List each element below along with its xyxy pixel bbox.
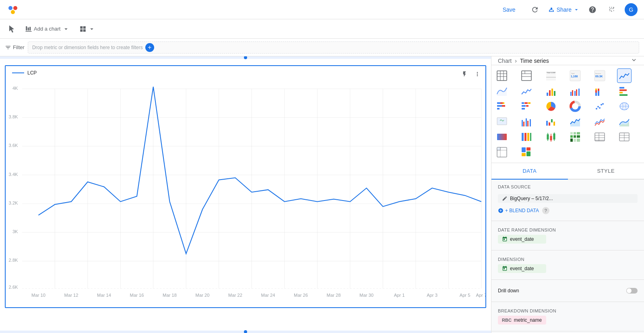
svg-rect-146 <box>577 139 580 142</box>
chart-type-pivot2[interactable] <box>519 145 534 159</box>
dimension-field[interactable]: event_date <box>498 264 546 273</box>
chart-type-scorecard-total[interactable]: Total 1,168 <box>568 68 582 83</box>
svg-rect-157 <box>497 147 500 150</box>
svg-rect-82 <box>595 93 597 96</box>
svg-rect-119 <box>530 119 531 126</box>
datasource-name: BigQuery – 5/17/2... <box>510 196 553 201</box>
breakdown-field-name: metric_name <box>514 317 542 323</box>
svg-rect-78 <box>572 90 573 96</box>
svg-rect-52 <box>497 71 507 81</box>
chart-type-waterfall[interactable] <box>544 114 558 129</box>
chart-type-piechart[interactable] <box>544 99 558 114</box>
drill-down-row: Drill down <box>498 286 638 295</box>
svg-rect-73 <box>547 93 548 96</box>
chart-type-smoothline[interactable] <box>495 84 509 98</box>
dimension-section: Dimension event_date <box>491 252 644 278</box>
resize-handle-top[interactable] <box>0 56 491 59</box>
svg-point-110 <box>601 104 602 105</box>
dimension-field-name: event_date <box>510 266 534 271</box>
chart-type-horizontal[interactable] <box>617 84 632 98</box>
chart-type-groupedbar2[interactable] <box>519 114 534 129</box>
chart-type-area[interactable] <box>617 114 632 129</box>
svg-rect-120 <box>546 121 548 126</box>
svg-point-109 <box>599 107 601 109</box>
drill-down-toggle[interactable] <box>626 288 638 294</box>
svg-rect-93 <box>503 102 504 104</box>
chart-type-hstacked2[interactable] <box>519 99 534 114</box>
svg-rect-86 <box>598 89 599 91</box>
svg-rect-139 <box>574 132 576 134</box>
svg-rect-99 <box>528 102 530 104</box>
filter-drop-zone[interactable]: Drop metric or dimension fields here to … <box>28 41 639 54</box>
blend-help-button[interactable]: ? <box>542 207 549 214</box>
panel-close-button[interactable] <box>630 56 638 65</box>
breakdown-badge: RBC <box>502 318 512 323</box>
chart-type-linechart[interactable] <box>519 84 534 98</box>
avatar[interactable]: G <box>625 3 638 16</box>
chart-type-gradient[interactable] <box>495 130 509 144</box>
svg-rect-90 <box>619 94 627 96</box>
chart-legend: LCP <box>6 66 485 77</box>
svg-point-2 <box>11 10 15 14</box>
chart-type-table2[interactable] <box>519 68 534 83</box>
svg-rect-98 <box>524 102 528 104</box>
chart-type-barchart[interactable] <box>544 84 558 98</box>
chart-type-table5[interactable] <box>617 130 632 144</box>
chart-type-table[interactable] <box>495 68 509 83</box>
chart-type-map[interactable] <box>617 99 632 114</box>
add-chart-button[interactable]: Add a chart <box>22 23 73 35</box>
chart-type-table4[interactable] <box>592 130 607 144</box>
dimension-label: Dimension <box>498 257 638 262</box>
chart-type-groupedbar[interactable] <box>568 84 582 98</box>
chart-type-timeseries[interactable] <box>617 68 632 83</box>
chart-type-scorecard-sessions[interactable]: Sessions 69.3K <box>592 68 607 83</box>
share-button[interactable]: Share <box>548 6 580 13</box>
date-range-field[interactable]: event_date <box>498 235 546 244</box>
refresh-button[interactable] <box>528 3 541 16</box>
svg-rect-145 <box>574 139 576 142</box>
tab-style[interactable]: STYLE <box>568 163 644 180</box>
chart-type-table3[interactable]: Total 1,168 <box>544 68 558 83</box>
filter-add-button[interactable]: + <box>145 43 154 52</box>
chart-more-button[interactable] <box>472 68 483 80</box>
svg-text:Mar 14: Mar 14 <box>97 293 111 298</box>
svg-rect-95 <box>502 105 505 107</box>
chart-type-geomap[interactable] <box>495 114 509 129</box>
apps-button[interactable] <box>605 3 618 16</box>
svg-rect-81 <box>578 89 580 96</box>
tab-data[interactable]: DATA <box>491 163 568 180</box>
chart-lightning-button[interactable] <box>459 68 470 80</box>
chart-type-arealine[interactable] <box>568 114 582 129</box>
svg-rect-101 <box>526 105 528 107</box>
svg-text:2.8K: 2.8K <box>9 258 19 263</box>
svg-text:Mar 28: Mar 28 <box>327 293 341 298</box>
chart-type-multiline[interactable] <box>592 114 607 129</box>
svg-text:Total: Total <box>571 72 575 74</box>
svg-point-111 <box>602 103 604 105</box>
chart-type-heatmap[interactable] <box>568 130 582 144</box>
select-tool[interactable] <box>5 23 19 35</box>
svg-text:Mar 24: Mar 24 <box>261 293 275 298</box>
chart-type-stackedbar[interactable] <box>592 84 607 98</box>
chart-type-scatter[interactable] <box>592 99 607 114</box>
resize-dot-top <box>244 56 247 59</box>
layout-button[interactable] <box>76 23 99 35</box>
svg-rect-125 <box>522 133 524 141</box>
chart-svg: 4K 3.8K 3.6K 3.4K 3.2K 3K 2.8K 2.6K <box>6 77 485 307</box>
help-button[interactable] <box>586 3 599 16</box>
resize-handle-bottom[interactable] <box>0 331 491 333</box>
chart-type-hstacked[interactable] <box>495 99 509 114</box>
breakdown-field[interactable]: RBC metric_name <box>498 316 546 325</box>
datasource-chip[interactable]: BigQuery – 5/17/2... <box>498 194 638 203</box>
chart-type-multicolor[interactable] <box>519 130 534 144</box>
chart-type-donut[interactable] <box>568 99 582 114</box>
svg-rect-118 <box>527 121 528 126</box>
svg-rect-88 <box>619 89 627 91</box>
chart-type-candlestick[interactable] <box>544 130 558 144</box>
save-button[interactable]: Save <box>496 4 522 15</box>
blend-row: + BLEND DATA ? <box>498 207 638 214</box>
chart-type-pivot[interactable] <box>495 145 509 159</box>
blend-data-button[interactable]: + BLEND DATA <box>498 208 539 213</box>
date-range-section: Date Range Dimension event_date <box>491 223 644 248</box>
breakdown-label: Breakdown Dimension <box>498 308 638 313</box>
